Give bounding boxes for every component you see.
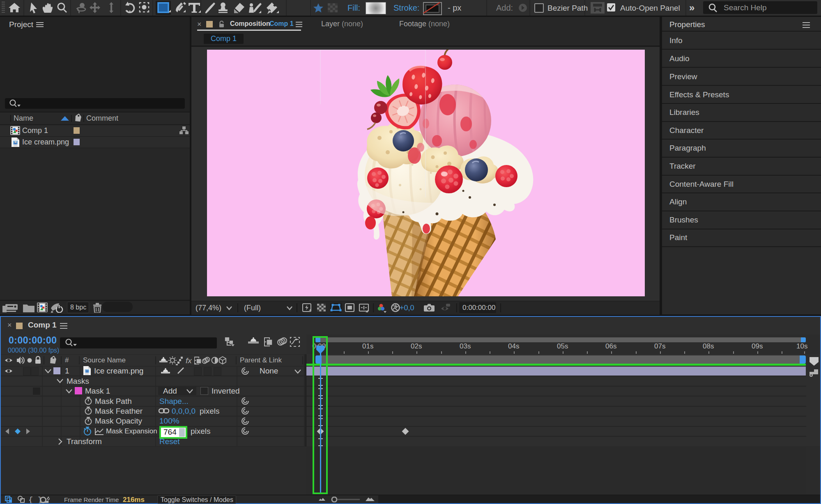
svg-text:fx: fx xyxy=(186,356,192,365)
